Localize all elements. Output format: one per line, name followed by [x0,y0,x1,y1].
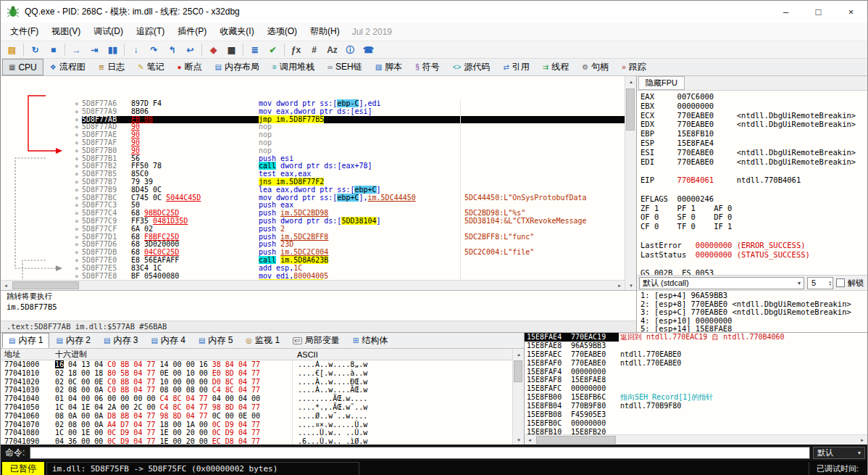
log-window-button[interactable]: ≣ [246,42,264,57]
menu-debug[interactable]: 调试(D) [87,22,130,41]
breakpoint-dot[interactable]: ● [1,210,82,218]
register-line[interactable] [640,185,867,194]
register-line[interactable]: ZF 1 PF 1 AF 0 [640,204,867,213]
btab-struct[interactable]: ⊞结构体 [346,333,394,348]
menu-plugins[interactable]: 插件(P) [171,22,213,41]
scroll-right-icon[interactable]: ▸ [614,283,625,288]
about-info-button[interactable]: ⓘ [341,42,359,57]
register-line[interactable] [640,231,867,241]
command-input[interactable] [30,447,810,459]
argument-line[interactable]: 1: [esp+4] 96A59BB3 [640,292,867,300]
disasm-row[interactable]: ●5D8F77A98B06mov eax,dword ptr ds:[esi] [1,108,625,116]
scroll-thumb[interactable] [626,88,635,131]
step-over-button[interactable]: ↷ [145,42,163,57]
register-line[interactable]: LastStatus 00000000 (STATUS_SUCCESS) [640,250,867,260]
scroll-right-icon[interactable]: ▸ [857,437,867,442]
breakpoint-dot[interactable]: ● [1,226,82,234]
register-line[interactable] [640,259,867,268]
memory-row[interactable]: 770410501C 04 1E 04 2A 00 2C 00 C4 8C 04… [1,403,512,412]
register-line[interactable]: LastError 00000000 (ERROR_SUCCESS) [640,241,867,250]
tab-script[interactable]: ▨脚本 [369,59,409,75]
breakpoint-dot[interactable]: ● [1,100,82,108]
memory-row[interactable]: 7704100016 04 13 04 C0 8B 04 77 14 00 00… [1,360,512,369]
breakpoint-dot[interactable]: ● [1,218,82,226]
tab-threads[interactable]: ⇉线程 [536,59,575,75]
tab-breakpoints[interactable]: ●断点 [171,59,209,75]
btab-memory-2[interactable]: ▤内存 2 [49,333,96,348]
tab-references[interactable]: ⇄引用 [496,59,535,75]
close-button[interactable]: × [835,1,867,22]
menu-help[interactable]: 帮助(H) [304,22,346,41]
tab-memory-map[interactable]: ▤内存布局 [209,59,266,75]
breakpoint-dot[interactable]: ● [1,116,82,124]
command-profile-select[interactable]: 默认 ▾ [813,447,865,459]
scroll-down-icon[interactable]: ▾ [513,434,525,445]
breakpoint-dot[interactable]: ● [1,123,82,131]
memory-row[interactable]: 7704109004 36 00 00 0C D9 04 77 1E 00 20… [1,437,512,445]
patches-button[interactable]: ✔ [264,42,282,57]
scroll-down-icon[interactable]: ▾ [625,280,637,290]
memory-row[interactable]: 7704107002 08 00 0A A4 D7 04 77 18 00 1A… [1,421,512,429]
register-line[interactable]: OF 0 SF 0 DF 0 [640,212,867,222]
register-line[interactable]: EIP 770B4061 ntdll.770B4061 [640,175,867,185]
btab-locals[interactable]: x=局部变量 [286,333,346,348]
memory-row[interactable]: 7704102002 0C 00 0E C0 8B 04 77 10 00 00… [1,378,512,387]
menu-options[interactable]: 选项(O) [261,22,304,41]
stack-view[interactable]: 15E8FAE4770EAC19返回到 ntdll.770EAC19 自 ntd… [525,333,867,434]
breakpoint-dot[interactable]: ● [1,186,82,194]
scroll-track[interactable] [11,281,614,290]
argument-line[interactable]: 5: [esp+14] 15E8FAE8 [640,325,867,332]
register-line[interactable]: GS 002B FS 0053 [640,268,867,275]
minimize-button[interactable]: – [769,1,802,22]
argument-line[interactable]: 3: [esp+C] 770EABE0 <ntdll.DbgUiRemoteBr… [640,308,867,317]
tab-symbols[interactable]: §符号 [409,59,446,75]
register-line[interactable]: EBX 00000000 [640,102,867,111]
tab-call-stack[interactable]: ≡调用堆栈 [266,59,321,75]
register-line[interactable]: EFLAGS 00000246 [640,194,867,204]
stack-hscrollbar[interactable]: ◂ ▸ [525,434,867,445]
stop-button[interactable]: ■ [44,42,62,57]
stack-row[interactable]: 15E8FB0015E8FB6C指向SEH_Record[1]的指针 [525,393,867,402]
open-file-button[interactable]: ▤ [3,42,21,57]
scroll-thumb[interactable] [536,436,616,444]
tab-source[interactable]: <>源代码 [446,59,497,75]
memory-dump-view[interactable]: 7704100016 04 13 04 C0 8B 04 77 14 00 00… [1,360,512,445]
stack-row[interactable]: 15E8FAF815E8FAE8 [525,376,867,384]
stack-row[interactable]: 15E8FAE896A59BB3 [525,342,867,350]
menu-file[interactable]: 文件(F) [4,22,45,41]
breakpoint-dot[interactable]: ● [1,178,82,186]
step-into-button[interactable]: ↓ [127,42,145,57]
breakpoint-dot[interactable]: ● [1,234,82,241]
breakpoint-dot[interactable]: ● [1,241,82,249]
breakpoint-dot[interactable]: ● [1,273,82,280]
step-out-button[interactable]: ↰ [163,42,181,57]
trace-coverage-button[interactable]: ▦ [222,42,241,57]
register-line[interactable]: EDI 770EABE0 <ntdll.DbgUiRemoteBreakin> [640,157,867,167]
breakpoint-dot[interactable]: ● [1,108,82,116]
spinner-arrows-icon[interactable]: ▴▾ [829,280,831,286]
register-line[interactable]: EBP 15E8FB10 [640,129,867,139]
breakpoint-dot[interactable]: ● [1,194,82,202]
breakpoint-dot[interactable]: ● [1,155,82,163]
disasm-row[interactable]: ●5D8F77B090nop [1,147,625,155]
disassembly-vscrollbar[interactable]: ▴ ▾ [625,76,636,290]
breakpoint-dot[interactable]: ● [1,162,82,170]
breakpoint-dot[interactable]: ● [1,249,82,257]
unlock-checkbox[interactable] [836,278,845,287]
btab-memory-4[interactable]: ▤内存 4 [144,333,191,348]
scroll-thumb[interactable] [514,360,522,382]
btab-memory-5[interactable]: ▤内存 5 [192,333,239,348]
case-convert-button[interactable]: Az [323,42,341,57]
btab-memory-1[interactable]: ▤内存 1 [2,333,49,348]
breakpoint-dot[interactable]: ● [1,131,82,139]
scroll-left-icon[interactable]: ◂ [525,437,535,442]
stack-row[interactable]: 15E8FAE4770EAC19返回到 ntdll.770EAC19 自 ntd… [525,333,867,342]
register-line[interactable] [640,166,867,175]
stack-row[interactable]: 15E8FAFC00000000 [525,384,867,393]
memory-row[interactable]: 7704104001 04 00 06 00 00 00 00 C4 8C 04… [1,395,512,403]
animate-into-button[interactable]: ◆ [204,42,222,57]
argument-count-spinner[interactable]: 5 ▴▾ [807,277,833,289]
memory-row[interactable]: 7704101002 18 00 18 80 5B 04 77 0E 00 10… [1,369,512,378]
scroll-track[interactable] [535,435,857,445]
scroll-thumb[interactable] [12,281,79,289]
